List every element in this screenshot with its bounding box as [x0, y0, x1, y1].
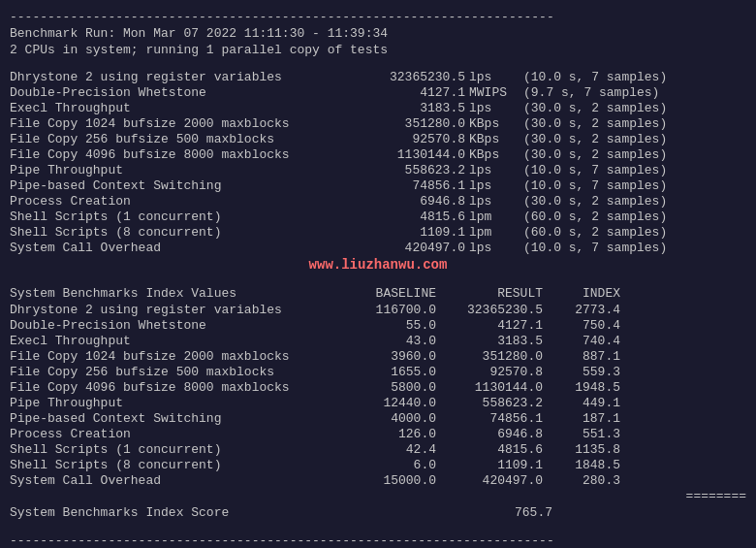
index-row: Double-Precision Whetstone55.04127.1750.… [10, 318, 746, 333]
bench-row: Pipe Throughput558623.2lps (10.0 s, 7 sa… [10, 163, 746, 177]
idx-row-baseline: 3960.0 [339, 349, 436, 364]
bench-unit: lpm [465, 225, 523, 240]
index-row: Execl Throughput43.03183.5740.4 [10, 334, 746, 348]
bench-extra: (60.0 s, 2 samples) [523, 210, 746, 224]
bench-value: 92570.8 [339, 132, 465, 146]
bench-row: Process Creation6946.8lps (30.0 s, 2 sam… [10, 194, 746, 209]
index-row: File Copy 256 bufsize 500 maxblocks1655.… [10, 365, 746, 379]
index-row: Shell Scripts (1 concurrent)42.44815.611… [10, 442, 746, 457]
bench-label: Dhrystone 2 using register variables [10, 70, 339, 84]
idx-row-index: 559.3 [543, 365, 620, 379]
idx-row-result: 420497.0 [436, 473, 543, 488]
bench-unit: KBps [465, 116, 523, 131]
idx-row-label: File Copy 4096 bufsize 8000 maxblocks [10, 380, 339, 395]
bench-value: 558623.2 [339, 163, 465, 177]
bench-value: 3183.5 [339, 101, 465, 115]
idx-row-baseline: 116700.0 [339, 303, 436, 317]
index-row: File Copy 4096 bufsize 8000 maxblocks580… [10, 380, 746, 395]
bench-row: File Copy 256 bufsize 500 maxblocks92570… [10, 132, 746, 146]
bench-label: File Copy 1024 bufsize 2000 maxblocks [10, 116, 339, 131]
bench-value: 6946.8 [339, 194, 465, 209]
bench-unit: KBps [465, 132, 523, 146]
bench-extra: (10.0 s, 7 samples) [523, 178, 746, 193]
index-header-label: System Benchmarks Index Values [10, 286, 339, 301]
idx-row-label: Shell Scripts (1 concurrent) [10, 442, 339, 457]
bench-extra: (30.0 s, 2 samples) [523, 116, 746, 131]
bench-row: Execl Throughput3183.5lps (30.0 s, 2 sam… [10, 101, 746, 115]
bench-label: Double-Precision Whetstone [10, 85, 339, 100]
idx-row-label: File Copy 256 bufsize 500 maxblocks [10, 365, 339, 379]
index-header-row: System Benchmarks Index Values BASELINE … [10, 286, 746, 301]
bench-label: Pipe-based Context Switching [10, 178, 339, 193]
bench-unit: lpm [465, 210, 523, 224]
idx-row-index: 1948.5 [543, 380, 620, 395]
index-row: Dhrystone 2 using register variables1167… [10, 303, 746, 317]
idx-row-result: 3183.5 [436, 334, 543, 348]
idx-row-index: 187.1 [543, 411, 620, 426]
bench-row: File Copy 1024 bufsize 2000 maxblocks351… [10, 116, 746, 131]
index-row: Process Creation126.06946.8551.3 [10, 427, 746, 441]
bench-label: Execl Throughput [10, 101, 339, 115]
bench-extra: (30.0 s, 2 samples) [523, 132, 746, 146]
bench-value: 420497.0 [339, 241, 465, 255]
bench-label: File Copy 4096 bufsize 8000 maxblocks [10, 147, 339, 162]
bench-value: 4815.6 [339, 210, 465, 224]
idx-row-label: Shell Scripts (8 concurrent) [10, 458, 339, 472]
idx-row-baseline: 43.0 [339, 334, 436, 348]
bench-unit: lps [465, 70, 523, 84]
index-list: Dhrystone 2 using register variables1167… [10, 303, 746, 488]
idx-row-result: 1109.1 [436, 458, 543, 472]
index-row: Pipe-based Context Switching4000.074856.… [10, 411, 746, 426]
index-header-result: RESULT [436, 286, 543, 301]
score-label: System Benchmarks Index Score [10, 505, 475, 520]
bench-label: File Copy 256 bufsize 500 maxblocks [10, 132, 339, 146]
equals-row: ======== [10, 489, 746, 503]
bench-value: 74856.1 [339, 178, 465, 193]
idx-row-result: 74856.1 [436, 411, 543, 426]
idx-row-baseline: 4000.0 [339, 411, 436, 426]
index-row: Shell Scripts (8 concurrent)6.01109.1184… [10, 458, 746, 472]
bench-label: Shell Scripts (8 concurrent) [10, 225, 339, 240]
idx-row-index: 1848.5 [543, 458, 620, 472]
idx-row-baseline: 126.0 [339, 427, 436, 441]
benchmark-list: Dhrystone 2 using register variables3236… [10, 70, 746, 255]
bench-label: Process Creation [10, 194, 339, 209]
idx-row-label: Pipe Throughput [10, 396, 339, 410]
bench-extra: (9.7 s, 7 samples) [523, 85, 746, 100]
idx-row-baseline: 55.0 [339, 318, 436, 333]
index-header-baseline: BASELINE [339, 286, 436, 301]
bench-row: File Copy 4096 bufsize 8000 maxblocks113… [10, 147, 746, 162]
idx-row-index: 551.3 [543, 427, 620, 441]
index-row: File Copy 1024 bufsize 2000 maxblocks396… [10, 349, 746, 364]
bench-value: 1130144.0 [339, 147, 465, 162]
bench-extra: (30.0 s, 2 samples) [523, 194, 746, 209]
bench-row: Shell Scripts (1 concurrent)4815.6lpm (6… [10, 210, 746, 224]
header-line2: 2 CPUs in system; running 1 parallel cop… [10, 43, 746, 57]
bench-extra: (10.0 s, 7 samples) [523, 241, 746, 255]
bench-row: Dhrystone 2 using register variables3236… [10, 70, 746, 84]
bench-unit: lps [465, 101, 523, 115]
idx-row-result: 92570.8 [436, 365, 543, 379]
index-row: System Call Overhead15000.0420497.0280.3 [10, 473, 746, 488]
bench-row: Pipe-based Context Switching74856.1lps (… [10, 178, 746, 193]
bench-unit: MWIPS [465, 85, 523, 100]
score-value: 765.7 [475, 505, 552, 520]
idx-row-result: 6946.8 [436, 427, 543, 441]
idx-row-label: System Call Overhead [10, 473, 339, 488]
idx-row-baseline: 42.4 [339, 442, 436, 457]
bench-unit: lps [465, 241, 523, 255]
bench-extra: (10.0 s, 7 samples) [523, 163, 746, 177]
idx-row-label: Dhrystone 2 using register variables [10, 303, 339, 317]
bench-unit: lps [465, 194, 523, 209]
idx-row-baseline: 12440.0 [339, 396, 436, 410]
bench-value: 1109.1 [339, 225, 465, 240]
bench-label: System Call Overhead [10, 241, 339, 255]
bench-value: 32365230.5 [339, 70, 465, 84]
bench-label: Shell Scripts (1 concurrent) [10, 210, 339, 224]
bench-row: Shell Scripts (8 concurrent)1109.1lpm (6… [10, 225, 746, 240]
bench-extra: (30.0 s, 2 samples) [523, 147, 746, 162]
bench-unit: KBps [465, 147, 523, 162]
bench-row: System Call Overhead420497.0lps (10.0 s,… [10, 241, 746, 255]
bench-row: Double-Precision Whetstone4127.1MWIPS(9.… [10, 85, 746, 100]
idx-row-index: 750.4 [543, 318, 620, 333]
